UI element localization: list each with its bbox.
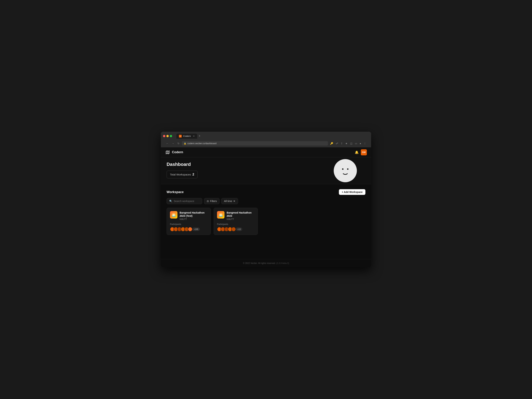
close-button[interactable] bbox=[163, 135, 165, 137]
app-logo-text: Codern bbox=[172, 150, 183, 154]
profile-icon[interactable]: ● bbox=[359, 141, 362, 146]
translate-icon[interactable]: ☍ bbox=[335, 141, 339, 146]
minimize-button[interactable] bbox=[166, 135, 169, 137]
password-icon[interactable]: 🔑 bbox=[329, 141, 334, 146]
logo-icon bbox=[165, 150, 170, 155]
participants-label: Participants bbox=[170, 223, 207, 226]
avatars-row: +13 bbox=[217, 227, 254, 232]
user-avatar[interactable]: GW bbox=[361, 149, 367, 155]
search-icon: 🔍 bbox=[169, 200, 172, 203]
workspace-logo: 🌅 bbox=[217, 211, 224, 219]
forward-button[interactable]: → bbox=[171, 141, 175, 145]
workspace-org: KMUTT bbox=[227, 218, 254, 221]
mascot-eyes bbox=[342, 168, 348, 170]
fullscreen-button[interactable] bbox=[170, 135, 172, 137]
footer-copyright: © 2022 Vectier. All rights reserved. bbox=[243, 262, 276, 264]
search-box[interactable]: 🔍 bbox=[167, 198, 202, 204]
url-text: codern.vectier.co/dashboard bbox=[187, 142, 216, 145]
share-icon[interactable]: ⇧ bbox=[340, 141, 343, 146]
workspace-card-header: 🌅 Bangmod Hackathon 2023 KMUTT bbox=[217, 211, 254, 221]
workspace-logo-img: 🌅 bbox=[217, 211, 224, 219]
alltime-button[interactable]: All time ✕ bbox=[221, 198, 238, 204]
app-content: Codern 🔔 GW Dashboard Total Workspaces 2 bbox=[161, 147, 371, 267]
participants-label: Participants bbox=[217, 223, 254, 226]
add-workspace-button[interactable]: + Add Workspace bbox=[339, 189, 365, 195]
avatar bbox=[231, 227, 236, 232]
footer-version: (1.0.0-beta.3) bbox=[276, 262, 289, 264]
tab-title: Codern bbox=[183, 135, 191, 137]
notification-bell-icon[interactable]: 🔔 bbox=[355, 150, 359, 154]
participant-count-badge: +13 bbox=[236, 228, 242, 231]
section-title: Workspace bbox=[167, 190, 184, 194]
workspace-logo: 🌅 bbox=[170, 211, 177, 219]
workspace-name: Bangmod Hackathon 2023 (Test) bbox=[180, 211, 207, 217]
browser-window: C Codern ✕ + ← → ↻ 🔒 codern.vectier.co/d… bbox=[161, 132, 371, 267]
filter-icon: ⚖ bbox=[207, 200, 209, 203]
section-header: Workspace + Add Workspace bbox=[167, 189, 365, 195]
mascot-left-eye bbox=[342, 168, 343, 170]
browser-actions: 🔑 ☍ ⇧ ★ ◫ ▭ ● ⋮ bbox=[329, 141, 367, 146]
stats-label: Total Workspaces bbox=[170, 173, 191, 176]
alltime-close-icon[interactable]: ✕ bbox=[233, 200, 235, 203]
workspace-org: KMUTT bbox=[180, 218, 207, 221]
reload-button[interactable]: ↻ bbox=[177, 141, 180, 145]
participant-count-badge: +195 bbox=[192, 228, 200, 231]
avatar bbox=[188, 227, 192, 232]
active-tab[interactable]: C Codern ✕ bbox=[176, 134, 197, 139]
mascot-face bbox=[334, 159, 357, 182]
workspace-logo-img: 🌅 bbox=[170, 211, 177, 219]
filter-label: Filters bbox=[210, 200, 217, 203]
workspace-card-header: 🌅 Bangmod Hackathon 2023 (Test) KMUTT bbox=[170, 211, 207, 221]
back-button[interactable]: ← bbox=[165, 141, 169, 145]
stats-value: 2 bbox=[192, 173, 194, 176]
filters-button[interactable]: ⚖ Filters bbox=[204, 198, 220, 204]
extensions-icon[interactable]: ◫ bbox=[349, 141, 353, 146]
menu-icon[interactable]: ⋮ bbox=[363, 141, 367, 146]
filter-row: 🔍 ⚖ Filters All time ✕ bbox=[167, 198, 365, 204]
tab-close-button[interactable]: ✕ bbox=[193, 135, 195, 137]
workspace-name: Bangmod Hackathon 2023 bbox=[227, 211, 254, 217]
address-bar-row: ← → ↻ 🔒 codern.vectier.co/dashboard 🔑 ☍ … bbox=[163, 140, 369, 147]
bookmark-icon[interactable]: ★ bbox=[345, 141, 348, 146]
mascot-mouth bbox=[342, 171, 349, 175]
search-input[interactable] bbox=[174, 200, 200, 203]
tab-bar: C Codern ✕ + bbox=[176, 134, 201, 139]
new-tab-button[interactable]: + bbox=[198, 134, 201, 139]
lock-icon: 🔒 bbox=[184, 142, 186, 145]
address-bar[interactable]: 🔒 codern.vectier.co/dashboard bbox=[182, 141, 328, 146]
workspace-card[interactable]: 🌅 Bangmod Hackathon 2023 KMUTT Participa… bbox=[214, 208, 258, 235]
split-view-icon[interactable]: ▭ bbox=[354, 141, 358, 146]
traffic-lights bbox=[163, 135, 172, 137]
browser-chrome: C Codern ✕ + ← → ↻ 🔒 codern.vectier.co/d… bbox=[161, 132, 371, 147]
workspace-info: Bangmod Hackathon 2023 (Test) KMUTT bbox=[180, 211, 207, 221]
app-logo: Codern bbox=[165, 150, 183, 155]
app-header: Codern 🔔 GW bbox=[161, 147, 371, 157]
mascot-right-eye bbox=[347, 168, 348, 170]
main-content: Workspace + Add Workspace 🔍 ⚖ Filters Al… bbox=[161, 184, 371, 259]
workspace-grid: 🌅 Bangmod Hackathon 2023 (Test) KMUTT Pa… bbox=[167, 208, 365, 235]
header-actions: 🔔 GW bbox=[355, 149, 367, 155]
dashboard-hero: Dashboard Total Workspaces 2 bbox=[161, 157, 371, 184]
alltime-label: All time bbox=[224, 200, 232, 203]
tab-favicon: C bbox=[179, 135, 182, 138]
total-workspaces-card: Total Workspaces 2 bbox=[167, 171, 198, 178]
app-footer: © 2022 Vectier. All rights reserved. (1.… bbox=[161, 259, 371, 267]
mascot bbox=[334, 159, 357, 182]
workspace-info: Bangmod Hackathon 2023 KMUTT bbox=[227, 211, 254, 221]
workspace-card[interactable]: 🌅 Bangmod Hackathon 2023 (Test) KMUTT Pa… bbox=[167, 208, 211, 235]
avatars-row: +195 bbox=[170, 227, 207, 232]
